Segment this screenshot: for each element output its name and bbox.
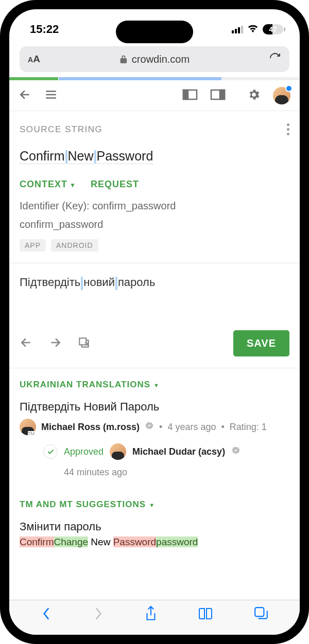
approver-avatar[interactable]	[110, 443, 126, 460]
cellular-signal-icon	[232, 25, 243, 33]
refresh-button[interactable]	[269, 52, 281, 66]
svg-rect-1	[183, 90, 188, 99]
approved-check-icon	[43, 444, 58, 459]
app-toolbar	[9, 80, 300, 111]
tag-android: ANDROID	[51, 239, 98, 252]
back-button[interactable]	[19, 88, 32, 103]
safari-bookmarks-button[interactable]	[198, 607, 213, 622]
tm-diff: ConfirmChange New Passwordpassword	[9, 536, 300, 551]
source-string-header: SOURCE STRING	[20, 124, 102, 135]
identifier-key: Identifier (Key): confirm_password	[9, 195, 300, 217]
context-dropdown[interactable]: CONTEXT▼	[20, 179, 76, 190]
more-options-button[interactable]	[287, 123, 289, 135]
translation-suggestion-text[interactable]: Підтвердіть Новий Пароль	[20, 400, 289, 414]
source-string-text: ConfirmNewPassword	[9, 141, 300, 167]
identifier-value: confirm_password	[9, 217, 300, 235]
notification-dot	[285, 85, 293, 92]
status-time: 15:22	[30, 23, 59, 36]
next-string-button[interactable]	[48, 336, 62, 351]
tag-app: APP	[20, 239, 46, 252]
translation-age: 4 years ago	[167, 422, 216, 433]
approved-time: 44 minutes ago	[9, 463, 300, 488]
wifi-icon	[247, 23, 259, 36]
lock-icon	[119, 55, 128, 64]
browser-url-bar[interactable]: AA crowdin.com	[20, 46, 289, 72]
text-size-button[interactable]: AA	[28, 53, 40, 65]
svg-rect-4	[79, 338, 86, 345]
translation-rating: Rating: 1	[230, 422, 267, 433]
menu-button[interactable]	[44, 88, 58, 103]
svg-rect-5	[255, 607, 264, 616]
safari-tabs-button[interactable]	[254, 606, 268, 623]
verified-icon	[231, 446, 241, 458]
verified-icon	[145, 421, 154, 433]
save-button[interactable]: SAVE	[233, 330, 289, 356]
tm-badge: TM	[28, 431, 35, 436]
safari-back-button[interactable]	[41, 606, 52, 623]
translation-input[interactable]: Підтвердітьновийпароль	[9, 263, 300, 325]
panel-left-button[interactable]	[182, 88, 198, 103]
tm-section-header[interactable]: TM AND MT SUGGESTIONS▼	[9, 488, 300, 517]
tm-suggestion-text[interactable]: Змінити пароль	[9, 517, 300, 536]
approved-label: Approved	[64, 446, 104, 457]
author-name[interactable]: Michael Ross (m.ross)	[41, 422, 140, 433]
settings-button[interactable]	[247, 88, 261, 103]
prev-string-button[interactable]	[20, 336, 33, 351]
user-avatar[interactable]	[273, 87, 290, 104]
svg-rect-3	[220, 90, 225, 99]
panel-right-button[interactable]	[210, 88, 226, 103]
url-text: crowdin.com	[132, 53, 190, 65]
phone-notch	[116, 21, 193, 43]
copy-source-button[interactable]	[77, 336, 91, 351]
translations-section-header[interactable]: UKRAINIAN TRANSLATIONS▼	[9, 368, 300, 397]
request-button[interactable]: REQUEST	[91, 179, 139, 190]
safari-forward-button[interactable]	[93, 606, 104, 623]
safari-share-button[interactable]	[144, 605, 158, 624]
battery-icon: 47	[263, 24, 283, 34]
approver-name[interactable]: Michael Dudar (acsy)	[132, 446, 225, 457]
safari-toolbar	[9, 600, 300, 635]
